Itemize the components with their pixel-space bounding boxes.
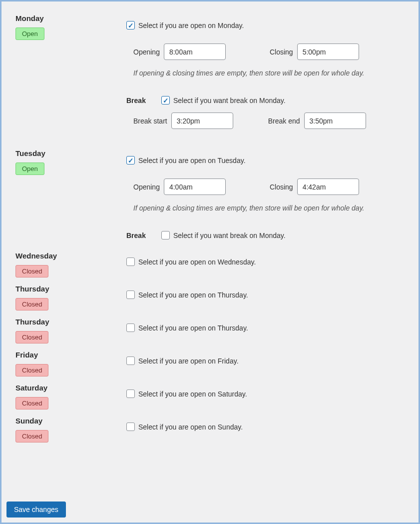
status-badge-closed: Closed [15,397,48,410]
day-row-tuesday: Tuesday Open Select if you are open on T… [6,149,414,240]
open-close-row: Opening Closing [133,178,404,195]
open-checkbox[interactable] [126,290,135,299]
open-checkbox-label: Select if you are open on Sunday. [138,423,243,431]
closing-input[interactable] [297,178,359,195]
break-section: Break Select if you want break on Monday… [126,231,404,240]
day-name: Wednesday [15,252,126,260]
day-label-col: Tuesday Open [6,149,126,175]
day-name: Friday [15,350,126,359]
day-name: Monday [15,14,126,22]
open-checkbox-row: Select if you are open on Thursday. [126,324,404,332]
status-badge-open: Open [15,28,44,40]
break-end-input[interactable] [304,112,366,129]
status-badge-closed: Closed [15,430,48,442]
day-name: Sunday [15,416,126,425]
break-start-label: Break start [133,117,167,125]
day-controls: Select if you are open on Wednesday. [126,252,414,270]
day-label-col: Thursday Closed [6,284,126,310]
open-checkbox[interactable] [126,258,135,266]
day-label-col: Wednesday Closed [6,252,126,278]
break-start-input[interactable] [171,112,233,129]
open-checkbox[interactable] [126,21,135,30]
open-checkbox-row: Select if you are open on Friday. [126,356,404,365]
day-controls: Select if you are open on Friday. [126,350,414,369]
open-checkbox-row: Select if you are open on Thursday. [126,290,404,299]
day-row-sunday: Sunday Closed Select if you are open on … [6,416,414,442]
break-checkbox[interactable] [161,231,170,240]
open-checkbox[interactable] [126,356,135,365]
open-close-row: Opening Closing [133,44,404,60]
open-checkbox-row: Select if you are open on Monday. [126,21,404,30]
open-checkbox[interactable] [126,390,135,398]
break-heading: Break [126,96,161,104]
day-row-friday: Friday Closed Select if you are open on … [6,350,414,376]
day-name: Thursday [15,284,126,293]
status-badge-closed: Closed [15,331,48,344]
open-checkbox[interactable] [126,422,135,431]
save-button[interactable]: Save changes [6,502,66,518]
day-name: Tuesday [15,149,126,158]
open-checkbox-label: Select if you are open on Wednesday. [138,258,256,266]
break-heading: Break [126,232,161,240]
closing-input[interactable] [297,44,359,60]
day-label-col: Friday Closed [6,350,126,376]
break-checkbox-label: Select if you want break on Monday. [173,96,286,104]
open-checkbox-row: Select if you are open on Saturday. [126,390,404,398]
day-name: Thursday [15,318,126,326]
day-controls: Select if you are open on Thursday. [126,318,414,336]
open-checkbox-label: Select if you are open on Thursday. [138,291,248,299]
day-controls: Select if you are open on Tuesday. Openi… [126,149,414,240]
day-row-thursday: Thursday Closed Select if you are open o… [6,284,414,310]
day-row-wednesday: Wednesday Closed Select if you are open … [6,252,414,278]
status-badge-closed: Closed [15,364,48,376]
helper-text: If opening & closing times are empty, th… [133,204,404,212]
open-checkbox-row: Select if you are open on Sunday. [126,422,404,431]
day-label-col: Thursday Closed [6,318,126,344]
opening-label: Opening [133,183,160,191]
status-badge-closed: Closed [15,265,48,278]
break-end-label: Break end [268,117,300,125]
store-hours-panel: Monday Open Select if you are open on Mo… [0,0,420,524]
helper-text: If opening & closing times are empty, th… [133,69,404,77]
open-checkbox-label: Select if you are open on Thursday. [138,324,248,332]
day-label-col: Monday Open [6,14,126,40]
break-section: Break Select if you want break on Monday… [126,96,404,104]
open-checkbox-label: Select if you are open on Friday. [138,357,239,365]
open-checkbox-row: Select if you are open on Tuesday. [126,156,404,164]
opening-label: Opening [133,48,160,56]
open-checkbox[interactable] [126,324,135,332]
day-controls: Select if you are open on Saturday. [126,384,414,402]
day-name: Saturday [15,384,126,392]
day-controls: Select if you are open on Sunday. [126,416,414,435]
closing-label: Closing [270,48,293,56]
day-row-thursday-2: Thursday Closed Select if you are open o… [6,318,414,344]
day-row-monday: Monday Open Select if you are open on Mo… [6,14,414,129]
day-controls: Select if you are open on Monday. Openin… [126,14,414,129]
open-checkbox[interactable] [126,156,135,164]
open-checkbox-label: Select if you are open on Saturday. [138,390,247,398]
opening-input[interactable] [164,178,226,195]
opening-input[interactable] [164,44,226,60]
open-checkbox-row: Select if you are open on Wednesday. [126,258,404,266]
day-row-saturday: Saturday Closed Select if you are open o… [6,384,414,410]
break-checkbox-label: Select if you want break on Monday. [173,232,286,240]
open-checkbox-label: Select if you are open on Tuesday. [138,156,246,164]
open-checkbox-label: Select if you are open on Monday. [138,22,244,30]
break-times-row: Break start Break end [133,112,404,129]
status-badge-closed: Closed [15,298,48,310]
day-label-col: Saturday Closed [6,384,126,410]
closing-label: Closing [270,183,293,191]
status-badge-open: Open [15,162,44,175]
day-controls: Select if you are open on Thursday. [126,284,414,303]
break-checkbox[interactable] [161,96,170,104]
day-label-col: Sunday Closed [6,416,126,442]
